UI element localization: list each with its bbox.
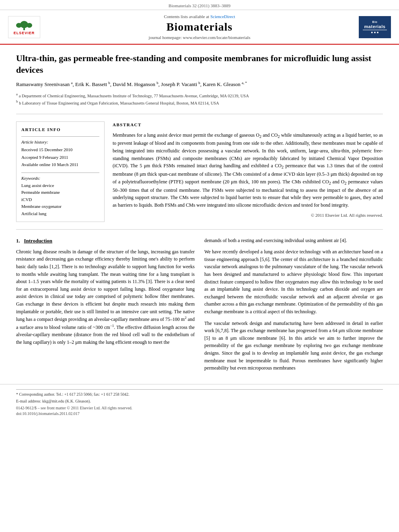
author-sup-b2: b — [156, 81, 158, 85]
keywords-heading: Keywords: — [21, 175, 99, 182]
keywords-section: Keywords: Lung assist device Permeable m… — [21, 173, 99, 218]
author-sup-a2: a, * — [242, 81, 247, 85]
email-value: kkg@mit.edu (K.K. Gleason). — [42, 399, 91, 403]
corresponding-author-note: * Corresponding author. Tel.: +1 617 253… — [16, 392, 383, 396]
journal-brand-logo: Bio materials ■ ■ ■ — [359, 16, 391, 38]
article-info-heading: ARTICLE INFO — [21, 126, 99, 134]
email-label: E-mail address: — [16, 399, 41, 403]
email-line: E-mail address: kkg@mit.edu (K.K. Gleaso… — [16, 399, 383, 403]
svg-point-3 — [27, 23, 32, 28]
abstract-column: ABSTRACT Membranes for a lung assist dev… — [113, 121, 383, 222]
authors-line: Ramaswamy Sreenivasan a, Erik K. Bassett… — [16, 80, 383, 88]
issn-line: 0142-9612/$ – see front matter © 2011 El… — [16, 406, 383, 410]
keyword-1: Lung assist device — [21, 182, 99, 189]
copyright-line: © 2011 Elsevier Ltd. All rights reserved… — [113, 212, 383, 219]
affiliation-a: a a Department of Chemical Engineering, … — [16, 92, 383, 99]
keyword-3: iCVD — [21, 196, 99, 203]
footer-divider — [16, 389, 383, 390]
page-wrapper: Biomaterials 32 (2011) 3883–3889 ELSEVIE… — [0, 0, 399, 532]
body-col-right: demands of both a resting and exercising… — [204, 237, 383, 372]
journal-logo-text: materials — [364, 24, 386, 29]
keyword-2: Permeable membrane — [21, 189, 99, 196]
article-info-column: ARTICLE INFO Article history: Received 1… — [16, 121, 105, 222]
section-divider-1 — [16, 114, 383, 114]
elsevier-logo: ELSEVIER — [8, 16, 40, 38]
body-text-area: 1. Introduction Chronic lung disease res… — [16, 237, 383, 372]
elsevier-tree-icon — [14, 19, 34, 31]
body-col-left: 1. Introduction Chronic lung disease res… — [16, 237, 195, 372]
article-info-abstract-row: ARTICLE INFO Article history: Received 1… — [16, 121, 383, 222]
intro-paragraph-2: demands of both a resting and exercising… — [204, 237, 383, 244]
section-divider-2 — [16, 229, 383, 230]
affiliations: a a Department of Chemical Engineering, … — [16, 92, 383, 107]
keyword-4: Membrane oxygenator — [21, 203, 99, 210]
intro-paragraph-4: The vascular network design and manufact… — [204, 320, 383, 372]
accepted-date: Accepted 9 February 2011 — [21, 154, 99, 161]
journal-homepage: journal homepage: www.elsevier.com/locat… — [40, 35, 359, 40]
section-title: Introduction — [24, 238, 53, 244]
abstract-text: Membranes for a lung assist device must … — [113, 131, 383, 209]
author-sup-a: a — [71, 81, 72, 85]
section-number: 1. — [16, 238, 20, 244]
info-divider-1 — [21, 136, 99, 137]
received-date: Received 15 December 2010 — [21, 146, 99, 154]
abstract-section: ABSTRACT Membranes for a lung assist dev… — [113, 121, 383, 219]
main-content: Ultra-thin, gas permeable free-standing … — [0, 45, 399, 380]
contents-line: Contents lists available at ScienceDirec… — [40, 14, 359, 19]
affiliation-b: b b Laboratory of Tissue Engineering and… — [16, 99, 383, 106]
keyword-5: Artificial lung — [21, 210, 99, 218]
article-info-box: ARTICLE INFO Article history: Received 1… — [16, 121, 105, 222]
info-divider-2 — [21, 173, 99, 173]
journal-center: Contents lists available at ScienceDirec… — [40, 14, 359, 40]
history-label: Article history: — [21, 138, 99, 146]
article-title: Ultra-thin, gas permeable free-standing … — [16, 53, 383, 76]
intro-paragraph-1: Chronic lung disease results in damage o… — [16, 248, 195, 346]
journal-title: Biomaterials — [40, 21, 359, 33]
author-sup-b3: b — [198, 81, 200, 85]
journal-masthead: ELSEVIER Contents lists available at Sci… — [0, 10, 399, 45]
svg-point-2 — [16, 23, 22, 28]
author-sup-b1: b — [108, 81, 110, 85]
page-footer: * Corresponding author. Tel.: +1 617 253… — [0, 384, 399, 420]
abstract-heading: ABSTRACT — [113, 121, 383, 128]
sciencedirect-link[interactable]: ScienceDirect — [210, 14, 235, 19]
elsevier-brand-text: ELSEVIER — [14, 31, 35, 35]
intro-paragraph-3: We have recently developed a lung assist… — [204, 248, 383, 315]
journal-ref-text: Biomaterials 32 (2011) 3883–3889 — [169, 3, 230, 8]
doi-line: doi:10.1016/j.biomaterials.2011.02.017 — [16, 411, 383, 416]
journal-reference-bar: Biomaterials 32 (2011) 3883–3889 — [0, 0, 399, 10]
intro-heading: 1. Introduction — [16, 237, 195, 245]
online-date: Available online 10 March 2011 — [21, 161, 99, 168]
